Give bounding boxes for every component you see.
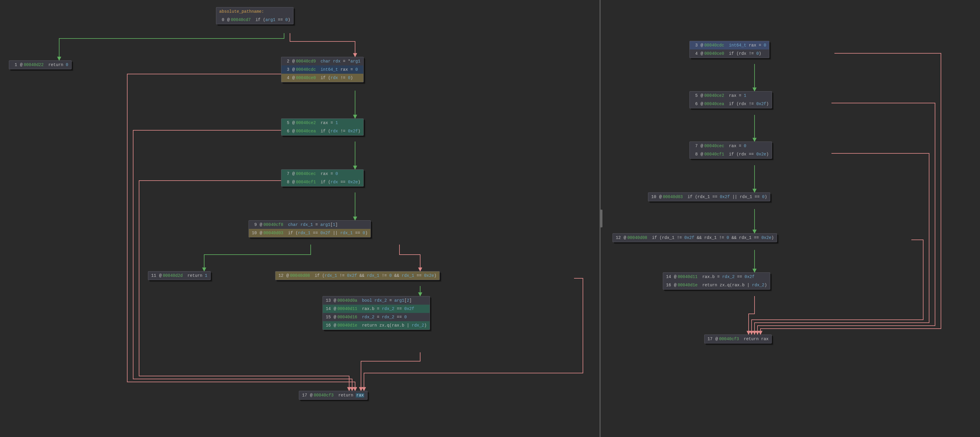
at-symbol: @	[701, 43, 703, 48]
block-1[interactable]: 1 @ 00040d22 return 0	[9, 61, 72, 69]
token-kw: if	[320, 129, 326, 134]
code-line[interactable]: 4 @ 00040ce0 if (rdx != 0)	[282, 74, 363, 82]
code-tokens: rax = 0	[729, 144, 746, 148]
token-num: 0x2f	[404, 306, 414, 311]
at-symbol: @	[260, 231, 262, 235]
code-line[interactable]: 10 @ 00040d03 if (rdx_1 == 0x2f || rdx_1…	[249, 229, 371, 237]
code-line[interactable]: 3 @ 00040cdc int64_t rax = 0	[282, 65, 363, 74]
code-line[interactable]: 6 @ 00040cea if (rdx != 0x2f)	[282, 127, 363, 135]
token-num: 0x2f	[745, 274, 754, 279]
block-2[interactable]: 2 @ 00040cd9 char rdx = *arg1 3 @ 00040c…	[281, 57, 364, 82]
token-kw: if	[255, 18, 260, 22]
token-op: =	[737, 93, 744, 98]
code-line[interactable]: 0 @ 00040cd7 if (arg1 == 0)	[216, 16, 293, 24]
token-nm: rdx	[739, 51, 746, 56]
token-num: 0x2f	[347, 273, 357, 278]
code-line[interactable]: 11 @ 00040d2d return 1	[148, 271, 210, 280]
line-index: 3	[284, 67, 290, 72]
line-index: 10	[651, 195, 656, 199]
address-label: 00040d03	[663, 195, 682, 199]
code-line[interactable]: 16 @ 00040d1e return zx.q(rax.b | rdx_2)	[323, 321, 430, 330]
token-op: .	[399, 323, 401, 328]
code-line[interactable]: 12 @ 00040d08 if (rdx_1 != 0x2f && rdx_1…	[275, 271, 439, 280]
token-kw: return	[702, 283, 720, 287]
right-graph-pane[interactable]: 3 @ 00040cdc int64_t rax = 0 4 @ 00040ce…	[601, 0, 979, 437]
token-op: )	[358, 129, 360, 134]
line-index: 8	[693, 152, 698, 156]
token-op: )	[350, 75, 353, 80]
token-op: !=	[338, 129, 348, 134]
token-op: )	[765, 283, 767, 287]
token-kw: if	[729, 152, 734, 156]
at-symbol: @	[701, 51, 703, 56]
code-line[interactable]: 7 @ 00040cec rax = 0	[282, 170, 363, 178]
block-5[interactable]: 5 @ 00040ce2 rax = 1 6 @ 00040cea if (rd…	[281, 118, 364, 136]
token-kw: if	[288, 231, 293, 235]
right-block-5[interactable]: 5 @ 00040ce2 rax = 1 6 @ 00040cea if (rd…	[689, 91, 772, 108]
code-line[interactable]: 12 @ 00040d08 if (rdx_1 != 0x2f && rdx_1…	[613, 234, 777, 242]
code-line[interactable]: 13 @ 00040d0a bool rdx_2 = arg1[2]	[323, 297, 430, 305]
token-nm: rdx_1	[697, 195, 710, 199]
token-op: !=	[746, 51, 756, 56]
code-line[interactable]: 1 @ 00040d22 return 0	[9, 61, 71, 69]
code-line[interactable]: 15 @ 00040d16 rdx_2 = rdx_2 == 0	[323, 313, 430, 321]
right-block-17[interactable]: 17 @ 00040cf3 return rax	[704, 335, 772, 343]
code-tokens: bool rdx_2 = arg1[2]	[362, 298, 412, 303]
token-nm: rdx_1	[662, 235, 675, 240]
address-label: 00040cf1	[704, 152, 724, 156]
code-line[interactable]: 5 @ 00040ce2 rax = 1	[690, 91, 772, 100]
at-symbol: @	[292, 59, 295, 64]
code-line[interactable]: 14 @ 00040d11 rax.b = rdx_2 == 0x2f	[323, 305, 430, 313]
address-label: 00040cd9	[296, 59, 316, 64]
right-block-12[interactable]: 12 @ 00040d08 if (rdx_1 != 0x2f && rdx_1…	[612, 233, 777, 242]
at-symbol: @	[334, 298, 336, 303]
code-line[interactable]: 9 @ 00040cf8 char rdx_1 = arg1[1]	[249, 220, 371, 229]
code-line[interactable]: 17 @ 00040cf3 return rax	[299, 391, 367, 399]
token-nm: zx.q	[379, 323, 390, 328]
token-op: ==	[310, 231, 320, 235]
line-index: 4	[693, 51, 698, 56]
left-graph-pane[interactable]: absolute_pathname: 0 @ 00040cd7 if (arg1…	[0, 0, 601, 437]
token-op: ==	[353, 231, 363, 235]
code-line[interactable]: 17 @ 00040cf3 return rax	[705, 335, 772, 343]
function-name-label: absolute_pathname:	[219, 9, 264, 14]
code-line[interactable]: 16 @ 00040d1e return zx.q(rax.b | rdx_2)	[663, 281, 770, 289]
line-index: 14	[326, 306, 331, 311]
code-line[interactable]: 10 @ 00040d03 if (rdx_1 == 0x2f || rdx_1…	[648, 193, 770, 201]
code-line[interactable]: 5 @ 00040ce2 rax = 1	[282, 119, 363, 127]
right-block-7[interactable]: 7 @ 00040cec rax = 0 8 @ 00040cf1 if (rd…	[689, 142, 772, 159]
block-17[interactable]: 17 @ 00040cf3 return rax	[299, 391, 368, 400]
block-7[interactable]: 7 @ 00040cec rax = 0 8 @ 00040cf1 if (rd…	[281, 169, 364, 187]
token-var: rdx_2	[382, 306, 395, 311]
code-tokens: rax = 1	[729, 93, 746, 98]
code-tokens: char rdx = *arg1	[320, 59, 360, 64]
code-line[interactable]: 7 @ 00040cec rax = 0	[690, 142, 772, 150]
block-13[interactable]: 13 @ 00040d0a bool rdx_2 = arg1[2] 14 @ …	[323, 296, 430, 330]
token-op: !=	[717, 235, 727, 240]
pane-divider[interactable]	[600, 210, 603, 227]
code-line[interactable]: 4 @ 00040ce0 if (rdx != 0)	[690, 49, 769, 58]
code-line[interactable]: 6 @ 00040cea if (rdx != 0x2f)	[690, 100, 772, 108]
block-0[interactable]: absolute_pathname: 0 @ 00040cd7 if (arg1…	[216, 7, 294, 24]
token-var: arg1	[350, 59, 360, 64]
token-ty: int64_t	[729, 43, 749, 48]
token-op: =	[756, 43, 764, 48]
line-index: 15	[326, 315, 331, 319]
code-line[interactable]: 14 @ 00040d11 rax.b = rdx_2 == 0x2f	[663, 273, 770, 281]
right-block-14[interactable]: 14 @ 00040d11 rax.b = rdx_2 == 0x2f 16 @…	[663, 273, 770, 290]
right-block-3[interactable]: 3 @ 00040cdc int64_t rax = 0 4 @ 00040ce…	[689, 41, 769, 58]
code-line[interactable]: 8 @ 00040cf1 if (rdx == 0x2e)	[282, 178, 363, 186]
address-label: 00040d03	[263, 231, 283, 235]
code-tokens: rax.b = rdx_2 == 0x2f	[702, 274, 754, 279]
token-op: =	[313, 222, 320, 227]
code-line[interactable]: 8 @ 00040cf1 if (rdx == 0x2e)	[690, 150, 772, 158]
right-block-10[interactable]: 10 @ 00040d03 if (rdx_1 == 0x2f || rdx_1…	[648, 193, 770, 201]
token-ty: char	[320, 59, 333, 64]
code-line[interactable]: 2 @ 00040cd9 char rdx = *arg1	[282, 57, 363, 65]
block-11[interactable]: 11 @ 00040d2d return 1	[148, 271, 211, 280]
block-9[interactable]: 9 @ 00040cf8 char rdx_1 = arg1[1] 10 @ 0…	[248, 220, 371, 238]
code-line[interactable]: 3 @ 00040cdc int64_t rax = 0	[690, 41, 769, 49]
block-12[interactable]: 12 @ 00040d08 if (rdx_1 != 0x2f && rdx_1…	[275, 271, 440, 280]
token-var: rdx_1	[298, 231, 310, 235]
token-num: 2	[407, 298, 409, 303]
